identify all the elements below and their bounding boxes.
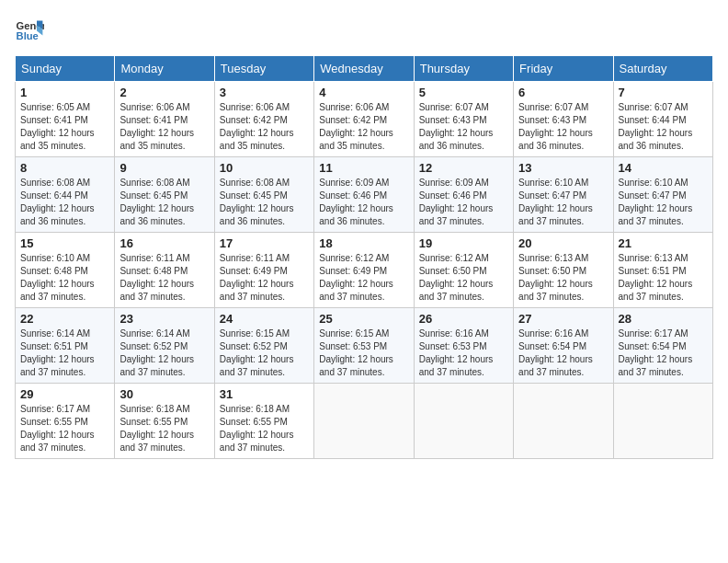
day-number: 11 bbox=[319, 161, 408, 175]
day-number: 23 bbox=[119, 312, 209, 326]
weekday-sunday: Sunday bbox=[16, 56, 115, 82]
sunset-label: Sunset: 6:42 PM bbox=[220, 115, 288, 125]
calendar-week-2: 8 Sunrise: 6:08 AM Sunset: 6:44 PM Dayli… bbox=[16, 157, 713, 233]
calendar-week-5: 29 Sunrise: 6:17 AM Sunset: 6:55 PM Dayl… bbox=[16, 384, 713, 459]
weekday-tuesday: Tuesday bbox=[214, 56, 313, 82]
calendar-cell: 22 Sunrise: 6:14 AM Sunset: 6:51 PM Dayl… bbox=[16, 308, 115, 384]
calendar-cell bbox=[414, 384, 513, 459]
day-number: 13 bbox=[518, 161, 608, 175]
sunrise-label: Sunrise: 6:09 AM bbox=[419, 178, 489, 188]
daylight-label: Daylight: 12 hours and 36 minutes. bbox=[619, 128, 693, 151]
svg-text:Blue: Blue bbox=[17, 30, 39, 41]
calendar-week-1: 1 Sunrise: 6:05 AM Sunset: 6:41 PM Dayli… bbox=[16, 82, 713, 157]
day-info: Sunrise: 6:11 AM Sunset: 6:49 PM Dayligh… bbox=[220, 252, 309, 304]
day-info: Sunrise: 6:16 AM Sunset: 6:53 PM Dayligh… bbox=[419, 327, 508, 379]
day-number: 12 bbox=[419, 161, 508, 175]
calendar-cell: 12 Sunrise: 6:09 AM Sunset: 6:46 PM Dayl… bbox=[414, 157, 513, 233]
daylight-label: Daylight: 12 hours and 37 minutes. bbox=[619, 203, 693, 226]
sunrise-label: Sunrise: 6:06 AM bbox=[220, 102, 290, 112]
day-number: 3 bbox=[220, 86, 309, 99]
sunrise-label: Sunrise: 6:07 AM bbox=[419, 102, 489, 112]
sunrise-label: Sunrise: 6:16 AM bbox=[419, 328, 489, 339]
daylight-label: Daylight: 12 hours and 37 minutes. bbox=[220, 430, 294, 453]
day-info: Sunrise: 6:10 AM Sunset: 6:47 PM Dayligh… bbox=[619, 177, 708, 228]
calendar-cell: 3 Sunrise: 6:06 AM Sunset: 6:42 PM Dayli… bbox=[214, 82, 313, 157]
sunset-label: Sunset: 6:43 PM bbox=[518, 115, 586, 125]
page-header: General Blue bbox=[15, 15, 713, 44]
daylight-label: Daylight: 12 hours and 35 minutes. bbox=[319, 128, 393, 151]
sunset-label: Sunset: 6:55 PM bbox=[119, 417, 188, 427]
day-number: 1 bbox=[20, 86, 109, 99]
weekday-friday: Friday bbox=[514, 56, 613, 82]
sunrise-label: Sunrise: 6:18 AM bbox=[220, 404, 290, 414]
sunset-label: Sunset: 6:48 PM bbox=[119, 266, 188, 276]
day-number: 6 bbox=[518, 86, 608, 99]
sunrise-label: Sunrise: 6:10 AM bbox=[20, 253, 90, 263]
calendar-week-4: 22 Sunrise: 6:14 AM Sunset: 6:51 PM Dayl… bbox=[16, 308, 713, 384]
day-info: Sunrise: 6:18 AM Sunset: 6:55 PM Dayligh… bbox=[220, 403, 309, 454]
daylight-label: Daylight: 12 hours and 36 minutes. bbox=[319, 203, 393, 226]
day-number: 8 bbox=[20, 161, 109, 175]
calendar-cell: 28 Sunrise: 6:17 AM Sunset: 6:54 PM Dayl… bbox=[613, 308, 712, 384]
sunset-label: Sunset: 6:51 PM bbox=[20, 341, 88, 351]
day-number: 31 bbox=[220, 387, 309, 401]
calendar-cell: 13 Sunrise: 6:10 AM Sunset: 6:47 PM Dayl… bbox=[514, 157, 613, 233]
sunset-label: Sunset: 6:47 PM bbox=[619, 190, 687, 201]
day-info: Sunrise: 6:05 AM Sunset: 6:41 PM Dayligh… bbox=[20, 101, 109, 153]
calendar-cell: 20 Sunrise: 6:13 AM Sunset: 6:50 PM Dayl… bbox=[514, 233, 613, 308]
daylight-label: Daylight: 12 hours and 37 minutes. bbox=[319, 354, 393, 377]
calendar-week-3: 15 Sunrise: 6:10 AM Sunset: 6:48 PM Dayl… bbox=[16, 233, 713, 308]
sunset-label: Sunset: 6:44 PM bbox=[20, 190, 88, 201]
day-info: Sunrise: 6:09 AM Sunset: 6:46 PM Dayligh… bbox=[419, 177, 508, 228]
day-info: Sunrise: 6:09 AM Sunset: 6:46 PM Dayligh… bbox=[319, 177, 408, 228]
calendar-cell: 4 Sunrise: 6:06 AM Sunset: 6:42 PM Dayli… bbox=[314, 82, 414, 157]
daylight-label: Daylight: 12 hours and 36 minutes. bbox=[419, 128, 494, 151]
sunset-label: Sunset: 6:43 PM bbox=[419, 115, 487, 125]
day-info: Sunrise: 6:13 AM Sunset: 6:50 PM Dayligh… bbox=[518, 252, 608, 304]
day-number: 10 bbox=[220, 161, 309, 175]
sunset-label: Sunset: 6:55 PM bbox=[220, 417, 288, 427]
sunset-label: Sunset: 6:45 PM bbox=[119, 190, 188, 201]
daylight-label: Daylight: 12 hours and 37 minutes. bbox=[419, 203, 494, 226]
day-info: Sunrise: 6:14 AM Sunset: 6:51 PM Dayligh… bbox=[20, 327, 109, 379]
sunset-label: Sunset: 6:47 PM bbox=[518, 190, 586, 201]
sunset-label: Sunset: 6:49 PM bbox=[319, 266, 387, 276]
day-info: Sunrise: 6:08 AM Sunset: 6:45 PM Dayligh… bbox=[220, 177, 309, 228]
calendar-cell: 11 Sunrise: 6:09 AM Sunset: 6:46 PM Dayl… bbox=[314, 157, 414, 233]
daylight-label: Daylight: 12 hours and 35 minutes. bbox=[220, 128, 294, 151]
weekday-wednesday: Wednesday bbox=[314, 56, 414, 82]
sunset-label: Sunset: 6:46 PM bbox=[319, 190, 387, 201]
sunrise-label: Sunrise: 6:06 AM bbox=[119, 102, 189, 112]
calendar-cell: 10 Sunrise: 6:08 AM Sunset: 6:45 PM Dayl… bbox=[214, 157, 313, 233]
calendar-cell: 23 Sunrise: 6:14 AM Sunset: 6:52 PM Dayl… bbox=[115, 308, 214, 384]
day-info: Sunrise: 6:07 AM Sunset: 6:43 PM Dayligh… bbox=[518, 101, 608, 153]
calendar-cell: 17 Sunrise: 6:11 AM Sunset: 6:49 PM Dayl… bbox=[214, 233, 313, 308]
sunrise-label: Sunrise: 6:16 AM bbox=[518, 328, 588, 339]
day-number: 14 bbox=[619, 161, 708, 175]
sunset-label: Sunset: 6:52 PM bbox=[220, 341, 288, 351]
day-number: 21 bbox=[619, 236, 708, 250]
day-number: 29 bbox=[20, 387, 109, 401]
calendar-cell: 9 Sunrise: 6:08 AM Sunset: 6:45 PM Dayli… bbox=[115, 157, 214, 233]
day-info: Sunrise: 6:08 AM Sunset: 6:44 PM Dayligh… bbox=[20, 177, 109, 228]
daylight-label: Daylight: 12 hours and 37 minutes. bbox=[119, 430, 194, 453]
daylight-label: Daylight: 12 hours and 35 minutes. bbox=[20, 128, 95, 151]
sunrise-label: Sunrise: 6:15 AM bbox=[319, 328, 389, 339]
day-number: 9 bbox=[119, 161, 209, 175]
sunrise-label: Sunrise: 6:15 AM bbox=[220, 328, 290, 339]
sunrise-label: Sunrise: 6:11 AM bbox=[220, 253, 290, 263]
sunrise-label: Sunrise: 6:14 AM bbox=[20, 328, 90, 339]
day-number: 16 bbox=[119, 236, 209, 250]
calendar-cell: 7 Sunrise: 6:07 AM Sunset: 6:44 PM Dayli… bbox=[613, 82, 712, 157]
sunset-label: Sunset: 6:51 PM bbox=[619, 266, 687, 276]
daylight-label: Daylight: 12 hours and 37 minutes. bbox=[20, 354, 95, 377]
sunset-label: Sunset: 6:45 PM bbox=[220, 190, 288, 201]
calendar-cell: 30 Sunrise: 6:18 AM Sunset: 6:55 PM Dayl… bbox=[115, 384, 214, 459]
sunrise-label: Sunrise: 6:14 AM bbox=[119, 328, 189, 339]
sunset-label: Sunset: 6:41 PM bbox=[119, 115, 188, 125]
daylight-label: Daylight: 12 hours and 35 minutes. bbox=[119, 128, 194, 151]
day-info: Sunrise: 6:17 AM Sunset: 6:54 PM Dayligh… bbox=[619, 327, 708, 379]
logo-icon: General Blue bbox=[15, 15, 44, 44]
day-info: Sunrise: 6:12 AM Sunset: 6:49 PM Dayligh… bbox=[319, 252, 408, 304]
sunset-label: Sunset: 6:50 PM bbox=[419, 266, 487, 276]
